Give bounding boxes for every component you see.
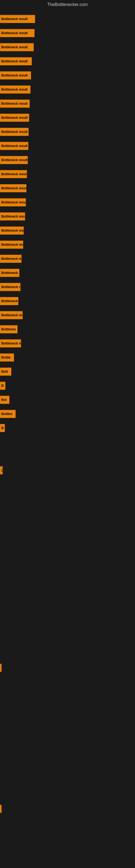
- bar-label: Bottleneck result: [1, 144, 28, 148]
- bar-row: [0, 689, 135, 703]
- bar-label: Bottleneck resu: [1, 229, 24, 232]
- bottleneck-bar[interactable]: Bottleneck result: [0, 114, 29, 122]
- bottleneck-bar[interactable]: Bottleneck result: [0, 156, 28, 164]
- bar-row: Bottleneck result: [0, 111, 135, 125]
- bar-row: B: [0, 379, 135, 393]
- bar-row: [0, 548, 135, 562]
- bar-label: Bottleneck result: [1, 45, 28, 49]
- bottleneck-bar[interactable]: Bottleneck res: [0, 283, 20, 291]
- bar-row: [0, 520, 135, 534]
- bottleneck-bar[interactable]: Bottleneck result: [0, 212, 25, 220]
- bottleneck-bar[interactable]: Bottleneck result: [0, 241, 23, 249]
- bar-row: Bottlenec: [0, 322, 135, 336]
- bar-row: [0, 802, 135, 816]
- bar-label: Bottleneck result: [1, 200, 26, 204]
- bar-label: Bottleneck result: [1, 116, 28, 120]
- bottleneck-bar[interactable]: Bottleneck: [0, 269, 19, 277]
- bar-row: [0, 717, 135, 731]
- bottleneck-bar[interactable]: |: [0, 466, 3, 474]
- bar-row: Bott: [0, 365, 135, 379]
- bar-row: Bottleneck res: [0, 280, 135, 294]
- bar-label: Bottleneck result: [1, 243, 23, 247]
- bar-label: Bottleneck re: [1, 257, 21, 261]
- bottleneck-bar[interactable]: Bot: [0, 396, 9, 404]
- bar-row: Bottleneck result: [0, 209, 135, 223]
- bar-row: Bottleneck result: [0, 40, 135, 54]
- bar-row: [0, 562, 135, 576]
- bar-row: Bottleneck resu: [0, 308, 135, 322]
- bar-row: [0, 760, 135, 774]
- bottleneck-bar[interactable]: Bottleneck result: [0, 99, 30, 108]
- bottleneck-bar[interactable]: Bottleneck result: [0, 128, 29, 136]
- bottleneck-bar[interactable]: Bottlenec: [0, 325, 17, 333]
- bar-row: Bottleneck result: [0, 139, 135, 153]
- site-title: TheBottlenecker.com: [0, 0, 135, 9]
- bar-row: Bottleneck re: [0, 252, 135, 266]
- bottleneck-bar[interactable]: Bottleneck result: [0, 57, 32, 65]
- bar-label: Bottleneck result: [1, 88, 28, 91]
- bar-row: [0, 816, 135, 830]
- bar-row: [0, 492, 135, 506]
- bottleneck-bar[interactable]: Bottleneck result: [0, 15, 35, 23]
- bar-label: Bottleneck res: [1, 285, 20, 289]
- bars-container: Bottleneck resultBottleneck resultBottle…: [0, 9, 135, 861]
- bar-row: Bottleneck result: [0, 153, 135, 167]
- bar-label: Bottleneck result: [1, 59, 28, 63]
- bar-row: Bottleneck re: [0, 336, 135, 350]
- bar-row: [0, 632, 135, 647]
- bar-label: Bottleneck r: [1, 299, 18, 303]
- bar-row: [0, 774, 135, 788]
- bar-row: [0, 844, 135, 858]
- bar-label: Bottleneck result: [1, 186, 27, 190]
- bottleneck-bar[interactable]: Bottleneck result: [0, 142, 28, 150]
- bottleneck-bar[interactable]: B: [0, 382, 5, 390]
- bottleneck-bar[interactable]: Bottleneck re: [0, 255, 21, 263]
- bottleneck-bar[interactable]: Bottleneck re: [0, 339, 21, 347]
- bottleneck-bar[interactable]: Bottleneck result: [0, 198, 26, 207]
- bar-label: |: [1, 468, 2, 472]
- bottleneck-bar[interactable]: B: [0, 424, 5, 432]
- bottleneck-bar[interactable]: [0, 805, 2, 813]
- bar-row: [0, 604, 135, 618]
- bar-label: Bottleneck result: [1, 172, 27, 176]
- bar-row: Bottleneck result: [0, 97, 135, 111]
- bottleneck-bar[interactable]: Bott: [0, 368, 11, 376]
- bottleneck-bar[interactable]: Bottleneck result: [0, 86, 31, 94]
- bar-label: B: [1, 384, 4, 388]
- bar-row: Bottleneck result: [0, 238, 135, 252]
- bottleneck-bar[interactable]: Bottleneck result: [0, 71, 31, 80]
- bar-row: [0, 830, 135, 844]
- bar-label: Bottleneck result: [1, 17, 28, 21]
- bar-label: Bottleneck resu: [1, 313, 23, 317]
- bar-label: B: [1, 426, 4, 430]
- bar-label: Bottleneck result: [1, 31, 28, 35]
- bar-row: Bottleneck result: [0, 68, 135, 83]
- bottleneck-bar[interactable]: Bottle: [0, 353, 14, 362]
- bar-row: [0, 576, 135, 590]
- bar-row: [0, 534, 135, 548]
- bottleneck-bar[interactable]: Bottleneck resu: [0, 226, 24, 235]
- bar-label: Bottleneck result: [1, 73, 28, 77]
- bar-row: Bottleneck result: [0, 195, 135, 209]
- bar-row: [0, 661, 135, 675]
- bottleneck-bar[interactable]: Bottlen: [0, 410, 16, 418]
- bar-row: [0, 449, 135, 463]
- bottleneck-bar[interactable]: Bottleneck resu: [0, 311, 23, 319]
- bottleneck-bar[interactable]: [0, 664, 2, 672]
- bar-row: Bottleneck result: [0, 26, 135, 40]
- bar-row: Bottleneck result: [0, 83, 135, 97]
- bottleneck-bar[interactable]: Bottleneck result: [0, 43, 34, 51]
- bar-row: Bottleneck result: [0, 167, 135, 181]
- bottleneck-bar[interactable]: Bottleneck r: [0, 297, 18, 305]
- bar-row: Bottleneck r: [0, 294, 135, 308]
- bar-row: [0, 477, 135, 492]
- bottleneck-bar[interactable]: Bottleneck result: [0, 29, 35, 37]
- bar-row: [0, 703, 135, 717]
- bar-row: Bottleneck: [0, 266, 135, 280]
- bottleneck-bar[interactable]: Bottleneck result: [0, 170, 27, 178]
- bar-row: B: [0, 421, 135, 435]
- bottleneck-bar[interactable]: Bottleneck result: [0, 184, 27, 192]
- bar-label: Bottlenec: [1, 328, 16, 331]
- bar-row: [0, 618, 135, 632]
- bar-label: Bot: [1, 398, 7, 402]
